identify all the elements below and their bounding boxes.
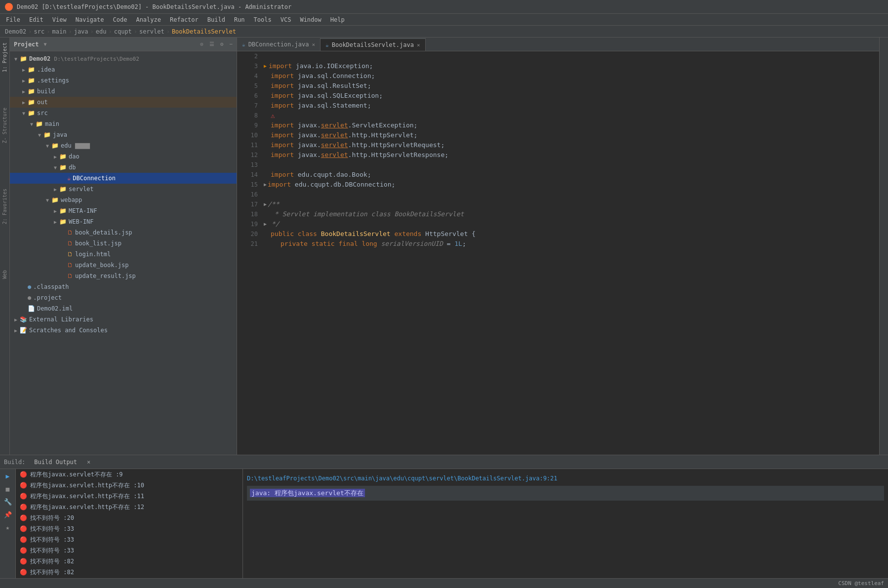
tree-item-settings[interactable]: ▶ 📁 .settings (10, 75, 237, 86)
tree-item-servlet[interactable]: ▶ 📁 servlet (10, 184, 237, 195)
tree-item-idea[interactable]: ▶ 📁 .idea (10, 64, 237, 75)
error-item-1[interactable]: 🔴 程序包javax.servlet.http不存在 :10 (16, 480, 242, 491)
menu-run[interactable]: Run (230, 15, 249, 24)
wrench-icon[interactable]: 🔧 (3, 497, 13, 507)
code-line-19: ▶ */ (264, 219, 879, 229)
error-item-4[interactable]: 🔴 找不到符号 :20 (16, 512, 242, 523)
menu-window[interactable]: Window (296, 15, 325, 24)
error-item-0[interactable]: 🔴 程序包javax.servlet不存在 :9 (16, 469, 242, 480)
breadcrumb-demo02[interactable]: Demo02 (5, 28, 26, 35)
error-list[interactable]: 🔴 程序包javax.servlet不存在 :9 🔴 程序包javax.serv… (16, 469, 243, 578)
tree-item-main[interactable]: ▼ 📁 main (10, 118, 237, 129)
error-icon-7: 🔴 (20, 547, 27, 554)
vtab-project[interactable]: 1: Project (1, 40, 8, 74)
code-line-20: public class BookDetailsServlet extends … (264, 229, 879, 239)
tree-item-update-result[interactable]: ▶ 🗋 update_result.jsp (10, 271, 237, 281)
code-content: ▶ import java.io.IOException; import jav… (262, 51, 879, 455)
menu-code[interactable]: Code (109, 15, 131, 24)
code-editor[interactable]: 2 3 4 5 6 7 8 9 10 11 12 13 14 15 16 17 … (237, 51, 879, 455)
tab-close-build[interactable]: × (83, 458, 94, 467)
tree-item-webinf[interactable]: ▶ 📁 WEB-INF (10, 216, 237, 227)
breadcrumb-src[interactable]: src (34, 28, 45, 35)
breadcrumb-classname[interactable]: BookDetailsServlet (172, 28, 236, 35)
error-item-9[interactable]: 🔴 找不到符号 :82 (16, 567, 242, 578)
breadcrumb-edu[interactable]: edu (96, 28, 107, 35)
tree-item-book-list[interactable]: ▶ 🗋 book_list.jsp (10, 238, 237, 249)
error-item-7[interactable]: 🔴 找不到符号 :33 (16, 545, 242, 556)
breadcrumb-java[interactable]: java (74, 28, 88, 35)
error-icon-4: 🔴 (20, 514, 27, 521)
tree-item-out[interactable]: ▶ 📁 out (10, 97, 237, 108)
tab-bookdetails[interactable]: ☕ BookDetailsServlet.java × (321, 38, 425, 51)
tree-item-src[interactable]: ▼ 📁 src (10, 108, 237, 118)
menu-tools[interactable]: Tools (250, 15, 276, 24)
error-item-2[interactable]: 🔴 程序包javax.servlet.http不存在 :11 (16, 491, 242, 502)
editor-tabs: ☕ DBConnection.java × ☕ BookDetailsServl… (237, 38, 879, 51)
code-line-15: ▶ import edu.cqupt.db.DBConnection; (264, 180, 879, 190)
vtab-structure[interactable]: Z- Structure (1, 106, 8, 145)
tree-item-iml[interactable]: ▶ 📄 Demo02.iml (10, 303, 237, 314)
menu-build[interactable]: Build (203, 15, 229, 24)
tree-item-project-file[interactable]: ▶ ● .project (10, 292, 237, 303)
pin-icon[interactable]: 📌 (3, 510, 13, 519)
tree-item-edu[interactable]: ▼ 📁 edu █████ (10, 140, 237, 151)
breadcrumb-main[interactable]: main (52, 28, 67, 35)
tree-item-book-details[interactable]: ▶ 🗋 book_details.jsp (10, 227, 237, 238)
vtab-web[interactable]: Web (1, 268, 8, 281)
tree-item-build[interactable]: ▶ 📁 build (10, 86, 237, 97)
tab-build-output[interactable]: Build Output (30, 458, 81, 467)
star-icon[interactable]: ★ (3, 522, 13, 532)
menu-vcs[interactable]: VCS (277, 15, 295, 24)
java-icon-active: ☕ (325, 42, 329, 48)
bottom-content: ▶ ■ 🔧 📌 ★ 🔴 程序包javax.servlet不存在 :9 🔴 程序包… (0, 469, 888, 578)
error-item-5[interactable]: 🔴 找不到符号 :33 (16, 523, 242, 534)
play-icon[interactable]: ▶ (3, 471, 13, 481)
tree-item-java[interactable]: ▼ 📁 java (10, 129, 237, 140)
menu-refactor[interactable]: Refactor (166, 15, 202, 24)
error-icon-3: 🔴 (20, 504, 27, 510)
tab-close-bookdetails[interactable]: × (417, 42, 420, 48)
menu-edit[interactable]: Edit (25, 15, 47, 24)
tree-item-dao[interactable]: ▶ 📁 dao (10, 151, 237, 162)
tree-item-login[interactable]: ▶ 🗋 login.html (10, 249, 237, 260)
tree-item-scratches[interactable]: ▶ 📝 Scratches and Consoles (10, 325, 237, 336)
breadcrumb-cqupt[interactable]: cqupt (114, 28, 132, 35)
vtab-favorites[interactable]: 2: Favorites (1, 187, 8, 226)
tree-item-metainf[interactable]: ▶ 📁 META-INF (10, 205, 237, 216)
tree-item-db[interactable]: ▼ 📁 db (10, 162, 237, 173)
tab-dbconnection[interactable]: ☕ DBConnection.java × (237, 38, 321, 51)
menu-view[interactable]: View (48, 15, 71, 24)
bottom-tabs-bar: Build: Build Output × (0, 455, 888, 469)
error-icon-9: 🔴 (20, 569, 27, 576)
minimize-icon[interactable]: − (229, 41, 233, 47)
error-message: java: 程序包javax.servlet不存在 (247, 486, 884, 501)
editor-area: ☕ DBConnection.java × ☕ BookDetailsServl… (237, 38, 879, 455)
breadcrumb-servlet[interactable]: servlet (139, 28, 164, 35)
tab-close-dbconnection[interactable]: × (312, 41, 315, 48)
build-label: Build: (4, 459, 25, 466)
error-item-6[interactable]: 🔴 找不到符号 :33 (16, 534, 242, 545)
tree-item-classpath[interactable]: ▶ ● .classpath (10, 281, 237, 292)
code-line-10: import javax.servlet.http.HttpServlet; (264, 130, 879, 140)
layout-icon[interactable]: ☰ (209, 41, 214, 47)
project-title: Project (14, 41, 39, 48)
settings-icon[interactable]: ⚙ (220, 41, 224, 47)
tree-item-update-book[interactable]: ▶ 🗋 update_book.jsp (10, 260, 237, 271)
tree-item-demo02[interactable]: ▼ 📁 Demo02 D:\testleafProjects\Demo02 (10, 53, 237, 64)
main-layout: 1: Project Z- Structure 2: Favorites Web… (0, 38, 888, 455)
tree-item-dbconnection[interactable]: ▶ ☕ DBConnection (10, 173, 237, 184)
menu-file[interactable]: File (2, 15, 24, 24)
stop-icon[interactable]: ■ (3, 484, 13, 494)
error-item-8[interactable]: 🔴 找不到符号 :82 (16, 556, 242, 567)
menu-analyze[interactable]: Analyze (132, 15, 165, 24)
error-icon-1: 🔴 (20, 482, 27, 489)
menu-navigate[interactable]: Navigate (72, 15, 108, 24)
menu-help[interactable]: Help (326, 15, 349, 24)
sync-icon[interactable]: ⊙ (200, 41, 203, 47)
tree-item-webapp[interactable]: ▼ 📁 webapp (10, 195, 237, 205)
error-detail: D:\testleafProjects\Demo02\src\main\java… (243, 469, 888, 578)
error-item-3[interactable]: 🔴 程序包javax.servlet.http不存在 :12 (16, 502, 242, 512)
tree-item-ext-libs[interactable]: ▶ 📚 External Libraries (10, 314, 237, 325)
code-line-17: ▶ /** (264, 199, 879, 209)
error-path-link[interactable]: D:\testleafProjects\Demo02\src\main\java… (247, 475, 558, 482)
